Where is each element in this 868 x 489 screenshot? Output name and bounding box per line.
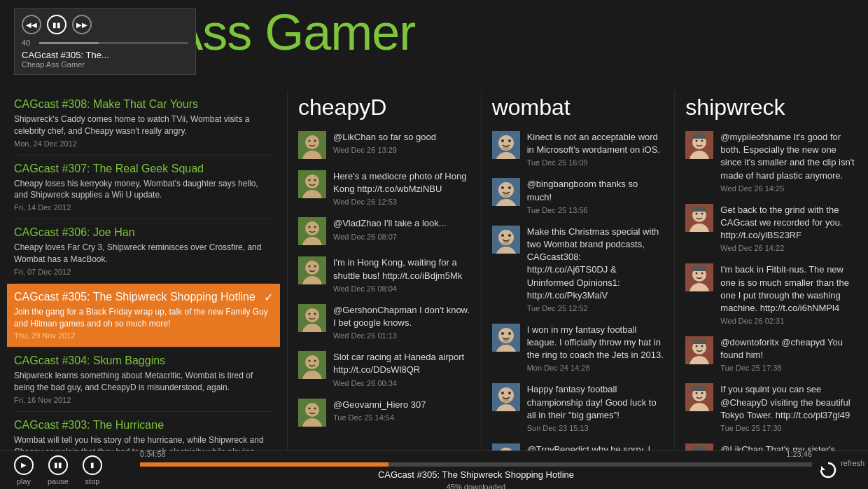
svg-point-24 xyxy=(314,312,316,315)
avatar-cheapyd-1 xyxy=(298,170,326,198)
feeds-container: cheapyD @LikChan so far so good Wed Dec … xyxy=(287,91,868,450)
tweet-cheapyd-0: @LikChan so far so good Wed Dec 26 13:29 xyxy=(298,131,470,159)
tweet-content-cheapyd-2: @VladZhao I'll take a look... Wed Dec 26… xyxy=(333,217,470,240)
avatar-cheapyd-5 xyxy=(298,351,326,379)
svg-point-63 xyxy=(501,392,504,394)
tweet-date-wombat-3: Mon Dec 24 14:28 xyxy=(527,364,664,372)
svg-point-45 xyxy=(501,186,504,189)
svg-point-13 xyxy=(309,226,311,228)
bottom-playback-controls: ▶ play ▮▮ pause ▮ stop xyxy=(0,455,140,485)
volume-value: 40 xyxy=(22,39,36,47)
bottom-bar: ▶ play ▮▮ pause ▮ stop 0:34:58 1:23:46 C… xyxy=(0,450,868,489)
volume-bar-fill xyxy=(39,42,99,44)
tweet-date-wombat-2: Tue Dec 25 12:52 xyxy=(527,304,664,312)
svg-point-6 xyxy=(305,174,319,188)
avatar-cheapyd-0 xyxy=(298,131,326,159)
podcast-item-308[interactable]: CAGcast #308: Make That Car Yours Shipwr… xyxy=(14,91,273,156)
podcast-desc-308: Shipwreck's Caddy comes home to watch TV… xyxy=(14,113,273,137)
tweet-content-cheapyd-0: @LikChan so far so good Wed Dec 26 13:29 xyxy=(333,131,470,154)
playback-progress-bar[interactable] xyxy=(140,462,812,467)
tweet-date-shipwreck-1: Wed Dec 26 14:22 xyxy=(720,244,858,252)
stop-label: stop xyxy=(85,477,100,485)
prev-button[interactable]: ◀◀ xyxy=(22,15,41,34)
tweet-text-shipwreck-3: @downtoforitx @cheapyd You found him! xyxy=(720,336,858,361)
tweet-content-wombat-2: Make this Christmas special with two Wom… xyxy=(527,226,664,312)
svg-point-1 xyxy=(305,135,319,149)
tweet-text-shipwreck-4: If you squint you can see @CheapyD visit… xyxy=(720,383,858,422)
svg-point-28 xyxy=(309,360,311,362)
svg-point-86 xyxy=(696,273,698,275)
playback-progress-fill xyxy=(140,462,388,467)
svg-point-64 xyxy=(508,392,511,394)
svg-point-18 xyxy=(309,266,311,268)
avatar-shipwreck-1 xyxy=(685,204,713,232)
tweet-cheapyd-4: @GershonChapman I don't know. I bet goog… xyxy=(298,304,470,340)
svg-point-51 xyxy=(501,234,504,237)
svg-marker-107 xyxy=(821,466,825,470)
refresh-button[interactable] xyxy=(816,457,841,483)
tweet-text-shipwreck-1: Get back to the grind with the CAGcast w… xyxy=(720,204,858,242)
svg-point-40 xyxy=(508,139,511,142)
tweet-shipwreck-0: @mypileofshame It's good for both. Espec… xyxy=(685,131,858,193)
avatar-shipwreck-3 xyxy=(685,336,713,364)
tweet-cheapyd-6: @Geovanni_Hiero 307 Tue Dec 25 14:54 xyxy=(298,399,470,427)
svg-point-33 xyxy=(309,407,311,409)
cheapyd-header: cheapyD xyxy=(298,91,470,120)
refresh-label: refresh xyxy=(841,459,864,483)
svg-point-34 xyxy=(314,407,316,409)
play-pause-button[interactable]: ▮▮ xyxy=(47,15,66,34)
tweet-shipwreck-3: @downtoforitx @cheapyd You found him! Tu… xyxy=(685,336,858,372)
tweet-content-shipwreck-0: @mypileofshame It's good for both. Espec… xyxy=(720,131,858,193)
podcast-list: CAGcast #308: Make That Car Yours Shipwr… xyxy=(0,91,287,450)
tweet-content-shipwreck-3: @downtoforitx @cheapyd You found him! Tu… xyxy=(720,336,858,372)
podcast-item-304[interactable]: CAGcast #304: Skum Baggins Shipwreck lea… xyxy=(14,347,273,412)
svg-point-19 xyxy=(314,266,316,268)
podcast-title-308: CAGcast #308: Make That Car Yours xyxy=(14,98,273,111)
podcast-date-305: Thu, 29 Nov 2012 xyxy=(14,331,273,340)
pause-button[interactable]: ▮▮ pause xyxy=(48,455,69,485)
now-playing-subtitle: Cheap Ass Gamer xyxy=(22,60,188,69)
svg-rect-88 xyxy=(692,266,706,271)
shipwreck-feed: shipwreck @mypileofshame It's good for b… xyxy=(674,91,868,450)
svg-point-74 xyxy=(696,140,698,142)
stop-button[interactable]: ▮ stop xyxy=(83,455,102,485)
podcast-item-305[interactable]: ✓ CAGcast #305: The Shipwreck Shopping H… xyxy=(7,284,280,348)
next-button[interactable]: ▶▶ xyxy=(72,15,92,34)
tweet-shipwreck-1: Get back to the grind with the CAGcast w… xyxy=(685,204,858,253)
tweet-wombat-4: Happy fantasy football championship day!… xyxy=(492,383,664,432)
tweet-content-cheapyd-1: Here's a mediocre photo of Hong Kong htt… xyxy=(333,170,470,206)
podcast-item-303[interactable]: CAGcast #303: The Hurricane Wombat will … xyxy=(14,412,273,450)
tweet-content-wombat-0: Kinect is not an acceptable word in Micr… xyxy=(527,131,664,167)
podcast-date-308: Mon, 24 Dec 2012 xyxy=(14,139,273,148)
tweet-text-wombat-3: I won in my fantasy football league. I o… xyxy=(527,324,664,362)
tweet-date-cheapyd-4: Wed Dec 26 01:13 xyxy=(333,331,470,340)
playback-controls: ◀◀ ▮▮ ▶▶ xyxy=(22,15,188,34)
svg-point-75 xyxy=(701,140,704,142)
svg-point-92 xyxy=(696,345,698,347)
tweet-content-cheapyd-6: @Geovanni_Hiero 307 Tue Dec 25 14:54 xyxy=(333,399,470,422)
bottom-right-controls: refresh xyxy=(812,457,868,483)
tweet-date-shipwreck-3: Tue Dec 25 17:38 xyxy=(720,364,858,372)
podcast-item-306[interactable]: CAGcast #306: Joe Han Cheapy loves Far C… xyxy=(14,219,273,284)
svg-point-31 xyxy=(305,403,319,417)
svg-point-52 xyxy=(508,234,511,237)
avatar-wombat-4 xyxy=(492,383,520,411)
podcast-item-307[interactable]: CAGcast #307: The Real Geek Squad Cheapy… xyxy=(14,156,273,220)
tweet-text-cheapyd-6: @Geovanni_Hiero 307 xyxy=(333,399,470,411)
svg-point-16 xyxy=(305,261,319,275)
tweet-date-shipwreck-2: Wed Dec 26 02:31 xyxy=(720,317,858,325)
wombat-feed: wombat Kinect is not an acceptable word … xyxy=(481,91,675,450)
checkmark-icon: ✓ xyxy=(264,291,273,304)
podcast-desc-303: Wombat will tell you his story of the hu… xyxy=(14,434,273,450)
play-button[interactable]: ▶ play xyxy=(14,455,34,485)
svg-point-81 xyxy=(701,212,704,214)
tweet-date-wombat-4: Sun Dec 23 15:13 xyxy=(527,424,664,432)
tweet-content-shipwreck-1: Get back to the grind with the CAGcast w… xyxy=(720,204,858,253)
volume-bar[interactable] xyxy=(39,42,188,44)
avatar-wombat-0 xyxy=(492,131,520,159)
play-label: play xyxy=(17,477,31,485)
tweet-content-shipwreck-4: If you squint you can see @CheapyD visit… xyxy=(720,383,858,432)
avatar-shipwreck-2 xyxy=(685,263,713,291)
tweet-date-wombat-0: Tue Dec 25 16:09 xyxy=(527,158,664,167)
volume-control[interactable]: 40 xyxy=(22,39,188,47)
